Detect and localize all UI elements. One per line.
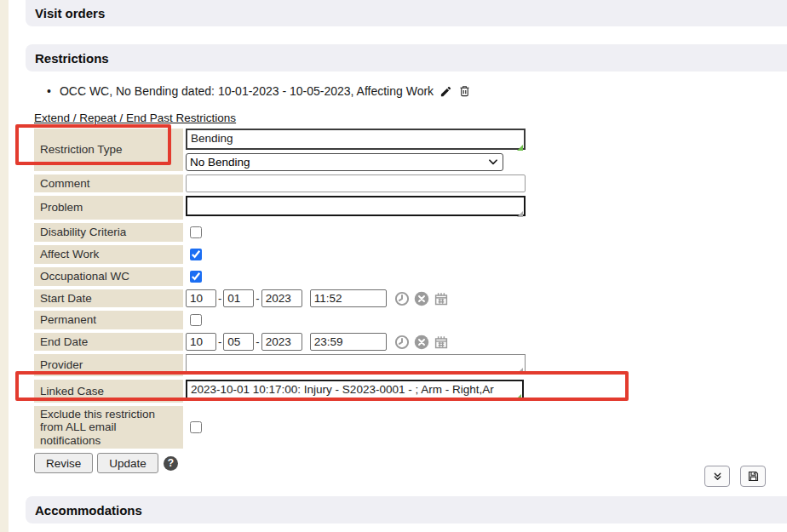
revise-button[interactable]: Revise — [34, 453, 93, 473]
form-row-permanent: Permanent — [34, 311, 545, 329]
problem-input[interactable] — [186, 196, 526, 216]
trash-icon[interactable] — [458, 84, 471, 98]
collapse-section-button[interactable] — [704, 466, 730, 487]
corner-buttons — [704, 466, 766, 487]
save-icon — [747, 470, 760, 483]
restriction-type-select[interactable]: No Bending — [186, 153, 503, 171]
affect-work-checkbox[interactable] — [190, 249, 202, 260]
end-time-input[interactable] — [310, 333, 387, 351]
section-title: Visit orders — [35, 6, 105, 20]
affect-work-label: Affect Work — [34, 245, 183, 264]
form-row-linked-case: Linked Case 2023-10-01 10:17:00: Injury … — [34, 380, 545, 403]
clock-icon[interactable] — [394, 335, 410, 350]
section-title: Accommodations — [35, 503, 142, 518]
disability-criteria-checkbox[interactable] — [190, 226, 202, 238]
form-buttons-row: Revise Update ? — [34, 453, 545, 473]
form-row-restriction-type: Restriction Type Bending No Bending — [34, 129, 545, 171]
restriction-form: Restriction Type Bending No Bending Comm… — [34, 129, 545, 473]
restriction-type-label: Restriction Type — [34, 129, 183, 171]
save-button[interactable] — [740, 466, 766, 487]
date-separator: - — [256, 292, 259, 305]
start-date-label: Start Date — [34, 289, 183, 307]
clear-date-icon[interactable] — [414, 335, 429, 350]
start-year-input[interactable] — [261, 289, 302, 307]
section-header-accommodations: Accommodations — [26, 496, 787, 523]
linked-case-label: Linked Case — [34, 380, 183, 403]
start-month-input[interactable] — [186, 289, 216, 307]
end-date-label: End Date — [34, 333, 183, 351]
restriction-item-text: OCC WC, No Bending dated: 10-01-2023 - 1… — [60, 84, 434, 98]
restriction-list-item: • OCC WC, No Bending dated: 10-01-2023 -… — [47, 84, 471, 98]
section-title: Restrictions — [35, 51, 109, 66]
bullet-marker: • — [47, 84, 51, 98]
form-row-disability-criteria: Disability Criteria — [34, 223, 545, 242]
comment-label: Comment — [34, 174, 183, 192]
end-year-input[interactable] — [261, 333, 302, 351]
problem-label: Problem — [34, 196, 183, 220]
disability-criteria-label: Disability Criteria — [34, 223, 183, 242]
start-day-input[interactable] — [223, 289, 254, 307]
edit-icon[interactable] — [439, 85, 452, 98]
linked-case-input[interactable]: 2023-10-01 10:17:00: Injury - S2023-0001… — [186, 380, 524, 399]
permanent-label: Permanent — [34, 311, 183, 329]
provider-label: Provider — [34, 354, 183, 376]
calendar-icon[interactable] — [434, 291, 449, 306]
double-chevron-down-icon — [712, 471, 723, 482]
exclude-email-label: Exclude this restriction from ALL email … — [34, 406, 183, 449]
occupational-wc-label: Occupational WC — [34, 267, 183, 286]
form-row-provider: Provider — [34, 354, 545, 376]
date-separator: - — [218, 292, 221, 305]
date-separator: - — [218, 335, 221, 348]
section-header-visit-orders: Visit orders — [26, 0, 787, 26]
section-header-restrictions: Restrictions — [26, 44, 787, 72]
help-icon[interactable]: ? — [164, 456, 178, 471]
comment-input[interactable] — [186, 174, 526, 192]
end-day-input[interactable] — [223, 333, 254, 351]
form-row-occupational-wc: Occupational WC — [34, 267, 545, 286]
form-row-comment: Comment — [34, 174, 545, 192]
clear-date-icon[interactable] — [414, 291, 429, 306]
form-row-end-date: End Date - - — [34, 333, 545, 351]
permanent-checkbox[interactable] — [190, 314, 202, 326]
calendar-icon[interactable] — [434, 335, 449, 350]
clock-icon[interactable] — [394, 291, 410, 306]
form-row-affect-work: Affect Work — [34, 245, 545, 264]
form-row-problem: Problem — [34, 196, 545, 220]
occupational-wc-checkbox[interactable] — [190, 271, 202, 283]
end-month-input[interactable] — [186, 333, 216, 351]
update-button[interactable]: Update — [97, 453, 158, 473]
restriction-type-value-field[interactable]: Bending — [186, 129, 526, 150]
start-time-input[interactable] — [310, 289, 387, 307]
exclude-email-checkbox[interactable] — [190, 421, 202, 433]
provider-input[interactable] — [186, 354, 526, 373]
date-separator: - — [256, 335, 259, 348]
extend-repeat-end-link[interactable]: Extend / Repeat / End Past Restrictions — [34, 112, 236, 124]
form-row-exclude-email: Exclude this restriction from ALL email … — [34, 406, 545, 449]
form-row-start-date: Start Date - - — [34, 289, 545, 307]
content-panel: Visit orders Restrictions • OCC WC, No B… — [9, 0, 787, 532]
